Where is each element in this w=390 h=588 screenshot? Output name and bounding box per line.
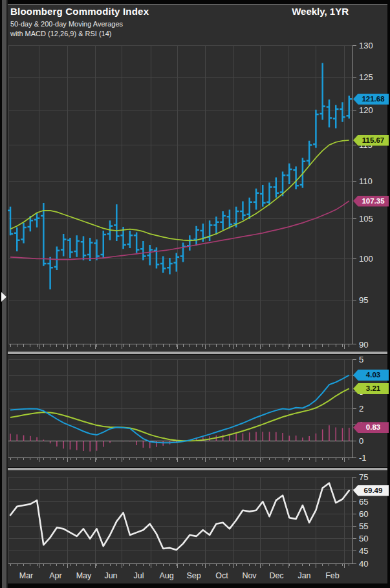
rsi-line — [10, 483, 349, 550]
y-tick-label: 100 — [359, 254, 373, 264]
month-label: Dec — [269, 571, 283, 580]
y-tick-label: 55 — [359, 521, 368, 531]
macd-panel[interactable]: 543210-1 — [8, 355, 367, 463]
y-tick-label: 65 — [359, 497, 368, 507]
chart-plot-area[interactable]: 1301251201151101051009590543210-17570656… — [0, 0, 390, 588]
y-tick-label: 2 — [359, 404, 363, 414]
month-label: Mar — [19, 571, 34, 580]
y-tick-label: 120 — [359, 105, 373, 115]
panel-separator-macd-rsi[interactable] — [0, 467, 388, 471]
y-tick-label: 125 — [359, 72, 373, 82]
macd-value-tag: 4.03 — [353, 370, 389, 381]
y-tick-label: 130 — [359, 41, 373, 50]
month-label: Sep — [186, 571, 200, 580]
ma50-value-tag: 115.67 — [353, 135, 389, 146]
main-price-panel[interactable]: 1301251201151101051009590 — [8, 41, 373, 350]
histogram-value-tag: 0.83 — [353, 422, 389, 433]
signal-value-tag: 3.21 — [353, 383, 389, 394]
y-tick-label: 0 — [359, 436, 363, 446]
month-label: Jun — [104, 571, 117, 580]
month-label: Oct — [215, 571, 228, 580]
month-label: Jul — [134, 571, 144, 580]
ma-200-line — [10, 201, 349, 260]
y-tick-label: 60 — [359, 509, 368, 519]
y-tick-label: 90 — [359, 340, 368, 350]
ma-50-line — [10, 140, 349, 240]
month-label: Jan — [298, 571, 310, 580]
macd-line — [10, 375, 349, 443]
chart-window: Bloomberg Commodity Index Weekly, 1YR 50… — [0, 0, 390, 588]
last-price-tag: 121.68 — [353, 94, 389, 105]
y-tick-label: 105 — [359, 214, 373, 224]
month-label: Feb — [325, 571, 340, 580]
rsi-panel[interactable]: 7570656055504540 — [8, 472, 368, 569]
y-tick-label: 5 — [359, 355, 363, 364]
rsi-value-tag: 69.49 — [353, 485, 389, 496]
month-label: Apr — [49, 571, 61, 580]
month-label: Aug — [159, 571, 173, 580]
window-frame-right — [387, 0, 390, 588]
y-tick-label: 40 — [359, 559, 368, 569]
y-tick-label: -1 — [359, 453, 367, 463]
y-tick-label: 75 — [359, 472, 368, 482]
y-tick-label: 95 — [359, 295, 368, 305]
macd-signal-line — [10, 388, 349, 441]
left-strip-border — [6, 0, 8, 588]
ma200-value-tag: 107.35 — [353, 196, 389, 207]
window-frame-bottom — [0, 583, 390, 588]
panel-separator-price-macd[interactable] — [0, 351, 388, 355]
window-frame-top-line — [0, 4, 390, 5]
month-label: May — [76, 571, 92, 580]
y-tick-label: 50 — [359, 534, 368, 543]
y-tick-label: 110 — [359, 176, 373, 186]
month-label: Nov — [242, 571, 257, 580]
y-tick-label: 45 — [359, 546, 368, 556]
